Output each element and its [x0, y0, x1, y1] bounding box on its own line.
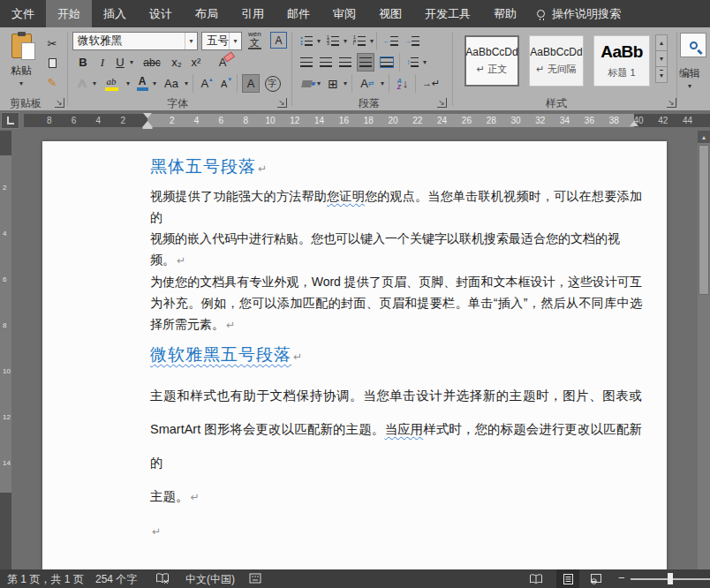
phonetic-guide-button[interactable]: wén 文: [248, 31, 261, 49]
document-content[interactable]: 黑体五号段落↵ 视频提供了功能强大的方法帮助您证明您的观点。当您单击联机视频时，…: [150, 155, 642, 548]
copy-button[interactable]: [42, 54, 62, 72]
style-card-无间隔[interactable]: AaBbCcDd↵ 无间隔: [529, 35, 584, 87]
borders-dropdown[interactable]: ▾: [341, 74, 350, 93]
character-border-button[interactable]: A: [270, 32, 287, 49]
doc-line[interactable]: 视频的嵌入代码中进行粘贴。您也可以键入一个关键字以联机搜索最适合您的文档的视频。…: [150, 228, 642, 271]
right-indent-marker[interactable]: [630, 121, 638, 126]
justify-button[interactable]: [357, 53, 374, 72]
cut-button[interactable]: ✂: [42, 34, 62, 53]
character-shading-button[interactable]: A: [242, 74, 260, 93]
tell-me[interactable]: 操作说明搜索: [537, 6, 621, 22]
proofing-icon[interactable]: [155, 573, 170, 584]
italic-button[interactable]: I: [95, 53, 110, 72]
underline-dropdown[interactable]: ▾: [127, 53, 136, 72]
show-marks-button[interactable]: →↵: [420, 74, 442, 93]
align-left-button[interactable]: [298, 53, 314, 72]
scrollbar-thumb[interactable]: [699, 145, 709, 295]
change-case-dropdown[interactable]: ▾: [182, 74, 191, 93]
underline-button[interactable]: U: [113, 53, 127, 72]
menu-tab-开发工具[interactable]: 开发工具: [413, 0, 482, 27]
doc-line[interactable]: SmartArt 图形将会更改以匹配新的主题。当应用样式时，您的标题会进行更改以…: [150, 412, 642, 479]
menu-tab-插入[interactable]: 插入: [92, 0, 138, 27]
font-color-button[interactable]: A: [134, 74, 150, 93]
multilevel-list-button[interactable]: 1ai: [351, 32, 367, 50]
text-effects-dropdown[interactable]: ▾: [90, 74, 99, 93]
asian-layout-dropdown[interactable]: ▾: [378, 74, 387, 93]
highlight-dropdown[interactable]: ▾: [124, 74, 132, 93]
menu-tab-设计[interactable]: 设计: [138, 0, 184, 27]
word-count[interactable]: 254 个字: [95, 572, 137, 587]
line-spacing-dropdown[interactable]: ▾: [420, 53, 429, 72]
grow-font-button[interactable]: A▴: [198, 74, 215, 93]
gallery-scroll-up[interactable]: ▴: [655, 34, 668, 51]
style-card-正文[interactable]: AaBbCcDd↵ 正文: [465, 35, 519, 87]
document-heading-1[interactable]: 黑体五号段落↵: [150, 155, 642, 179]
menu-tab-帮助[interactable]: 帮助: [482, 0, 528, 27]
format-painter-button[interactable]: ✎: [42, 73, 62, 92]
zoom-slider-handle[interactable]: [668, 573, 673, 584]
document-page[interactable]: 黑体五号段落↵ 视频提供了功能强大的方法帮助您证明您的观点。当您单击联机视频时，…: [42, 141, 667, 569]
search-button[interactable]: [680, 33, 706, 57]
text-effects-button[interactable]: A: [74, 74, 90, 93]
print-layout-button[interactable]: [556, 569, 579, 588]
menu-tab-文件[interactable]: 文件: [0, 0, 46, 27]
numbering-dropdown[interactable]: ▾: [341, 32, 350, 50]
paragraph-dialog-launcher[interactable]: ↘: [437, 98, 447, 108]
paragraph-block-1[interactable]: 视频提供了功能强大的方法帮助您证明您的观点。当您单击联机视频时，可以在想要添加的…: [150, 185, 642, 335]
clipboard-dialog-launcher[interactable]: ↘: [55, 98, 64, 108]
page-info[interactable]: 第 1 页，共 1 页: [7, 572, 84, 587]
bold-button[interactable]: B: [74, 53, 92, 72]
vertical-scrollbar[interactable]: ▴: [698, 131, 710, 569]
enclose-characters-button[interactable]: 字: [263, 74, 282, 93]
ime-icon[interactable]: [249, 573, 261, 584]
borders-button[interactable]: ⊞: [325, 74, 341, 93]
bullets-button[interactable]: •••: [298, 32, 314, 50]
doc-line[interactable]: 视频提供了功能强大的方法帮助您证明您的观点。当您单击联机视频时，可以在想要添加的: [150, 185, 642, 228]
shrink-font-button[interactable]: A▾: [217, 74, 235, 93]
paste-button[interactable]: 粘贴 ▾: [4, 31, 39, 94]
strikethrough-button[interactable]: abc: [140, 53, 164, 72]
font-size-combo[interactable]: 五号 ▾: [201, 32, 242, 50]
menu-tab-视图[interactable]: 视图: [367, 0, 413, 27]
align-center-button[interactable]: [318, 53, 334, 72]
shading-button[interactable]: [298, 74, 314, 93]
doc-line[interactable]: 为使您的文档具有专业外观，Word 提供了页眉、页脚、封面和文本框设计，这些设计…: [150, 271, 642, 292]
highlight-color-button[interactable]: ab: [101, 74, 122, 93]
language-status[interactable]: 中文(中国): [185, 572, 235, 587]
superscript-button[interactable]: x²: [187, 53, 205, 72]
read-mode-button[interactable]: [525, 569, 548, 588]
scroll-up-arrow[interactable]: ▴: [698, 131, 710, 143]
horizontal-ruler[interactable]: 8642246810121416182022242628303234363840…: [0, 110, 710, 131]
clear-formatting-button[interactable]: A: [212, 53, 233, 72]
font-dialog-launcher[interactable]: ↘: [277, 98, 287, 108]
tab-selector[interactable]: [1, 112, 19, 129]
doc-line[interactable]: 主题和样式也有助于文档保持协调。当您单击设计并选择新的主题时，图片、图表或: [150, 379, 642, 412]
paragraph-block-2[interactable]: 主题和样式也有助于文档保持协调。当您单击设计并选择新的主题时，图片、图表或Sma…: [150, 379, 642, 548]
line-spacing-button[interactable]: ↕: [404, 53, 420, 72]
font-color-dropdown[interactable]: ▾: [150, 74, 159, 93]
left-indent-marker[interactable]: [143, 126, 153, 129]
numbering-button[interactable]: 123: [325, 32, 341, 50]
vertical-ruler[interactable]: 2468101214: [0, 131, 11, 569]
editing-dropdown[interactable]: ▾: [688, 82, 691, 90]
change-case-button[interactable]: Aa: [161, 74, 182, 93]
gallery-scroll-down[interactable]: ▾: [655, 50, 668, 67]
doc-line[interactable]: 择所需元素。↵: [150, 313, 642, 335]
doc-line[interactable]: 为补充。例如，您可以添加匹配的封面、页眉和提要栏。单击“插入”，然后从不同库中选: [150, 292, 642, 313]
first-line-indent-marker[interactable]: [143, 113, 152, 118]
menu-tab-引用[interactable]: 引用: [230, 0, 276, 27]
menu-tab-审阅[interactable]: 审阅: [321, 0, 367, 27]
style-card-标题 1[interactable]: AaBb标题 1: [593, 35, 650, 87]
menu-tab-开始[interactable]: 开始: [46, 0, 92, 27]
gallery-more-button[interactable]: ▾: [655, 66, 668, 83]
shading-dropdown[interactable]: ▾: [314, 74, 323, 93]
menu-tab-邮件[interactable]: 邮件: [276, 0, 321, 27]
menu-tab-布局[interactable]: 布局: [184, 0, 230, 27]
font-name-combo[interactable]: 微软雅黑 ▾: [72, 32, 198, 50]
zoom-out-button[interactable]: −: [618, 571, 625, 584]
sort-button[interactable]: AZ↓: [394, 74, 412, 93]
asian-layout-button[interactable]: A⇄: [357, 74, 378, 93]
styles-dialog-launcher[interactable]: ↘: [667, 98, 676, 108]
doc-line[interactable]: ↵: [150, 514, 642, 548]
decrease-indent-button[interactable]: ←: [381, 32, 399, 50]
